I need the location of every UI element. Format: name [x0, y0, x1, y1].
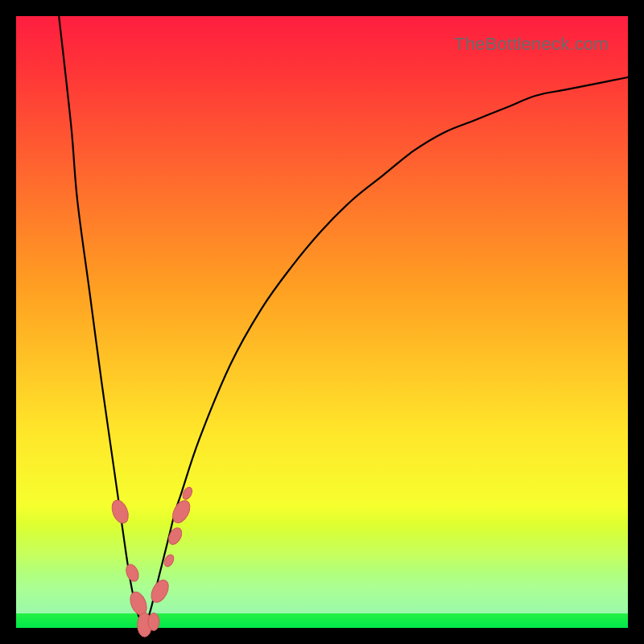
bead-0 — [109, 497, 131, 526]
plot-area: TheBottleneck.com — [16, 16, 628, 628]
bead-7 — [166, 526, 184, 547]
beads-group — [109, 485, 194, 637]
bead-5 — [148, 577, 172, 605]
curve-svg — [16, 16, 628, 628]
chart-frame: TheBottleneck.com — [0, 0, 644, 644]
curve-left-branch — [59, 16, 144, 628]
bead-1 — [124, 563, 141, 584]
bead-4 — [148, 613, 159, 630]
curve-right-branch — [145, 77, 628, 628]
